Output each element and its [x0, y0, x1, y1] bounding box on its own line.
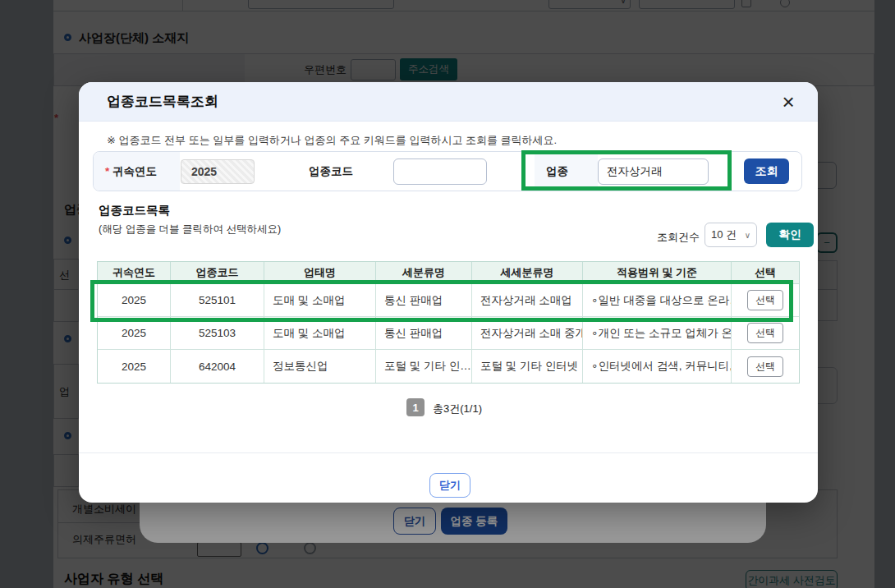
cell-category: 도매 및 소매업	[264, 284, 376, 317]
cell-select: 선택	[732, 284, 799, 317]
cell-year: 2025	[98, 284, 171, 317]
cell-detail: 전자상거래 소매 중개…	[472, 317, 583, 350]
cell-year: 2025	[98, 350, 171, 383]
cell-year: 2025	[98, 317, 171, 350]
confirm-button[interactable]: 확인	[766, 223, 814, 247]
cell-subclass: 통신 판매업	[376, 284, 472, 317]
cell-subclass: 통신 판매업	[376, 317, 472, 350]
close-icon[interactable]: ×	[775, 89, 801, 115]
select-row-button[interactable]: 선택	[747, 356, 783, 377]
industry-code-lookup-modal: 업종코드목록조회 × ※ 업종코드 전부 또는 일부를 입력하거나 업종의 주요…	[79, 82, 818, 503]
industry-code-table: 귀속연도 업종코드 업태명 세분류명 세세분류명 적용범위 및 기준 선택 20…	[97, 261, 800, 384]
year-label-cell: * 귀속연도	[94, 152, 180, 191]
result-count-select[interactable]: 10 건 ∨	[705, 223, 757, 247]
industry-code-input[interactable]	[393, 158, 487, 185]
cell-code: 642004	[171, 350, 264, 383]
chevron-down-icon: ∨	[745, 231, 750, 240]
search-condition-box: * 귀속연도 업종코드 업종 조회	[93, 151, 802, 191]
total-count-text: 총3건(1/1)	[433, 402, 482, 416]
cell-subclass: 포털 및 기타 인…	[376, 350, 472, 383]
cell-category: 정보통신업	[264, 350, 376, 383]
cell-category: 도매 및 소매업	[264, 317, 376, 350]
pagination-page-1[interactable]: 1	[406, 398, 425, 416]
cell-code: 525103	[171, 317, 264, 350]
modal-title: 업종코드목록조회	[107, 82, 218, 122]
footer-divider	[79, 452, 818, 453]
cell-code: 525101	[171, 284, 264, 317]
year-label: 귀속연도	[112, 165, 157, 177]
modal-header: 업종코드목록조회 ×	[79, 82, 818, 122]
column-header-category: 업태명	[264, 262, 376, 284]
required-mark: *	[105, 165, 109, 177]
cell-select: 선택	[732, 350, 799, 383]
cell-detail: 전자상거래 소매업	[472, 284, 583, 317]
result-count-label: 조회건수	[657, 230, 700, 245]
cell-scope: ∘개인 또는 소규모 업체가 온…	[583, 317, 732, 350]
code-label: 업종코드	[309, 152, 391, 191]
column-header-scope: 적용범위 및 기준	[583, 262, 732, 284]
industry-keyword-input[interactable]	[598, 158, 709, 185]
column-header-subclass: 세분류명	[376, 262, 472, 284]
column-header-year: 귀속연도	[98, 262, 171, 284]
cell-scope: ∘일반 대중을 대상으로 온라…	[583, 284, 732, 317]
modal-close-button[interactable]: 닫기	[429, 473, 470, 498]
instruction-text: ※ 업종코드 전부 또는 일부를 입력하거나 업종의 주요 키워드를 입력하시고…	[107, 133, 557, 148]
cell-detail: 포털 및 기타 인터넷 …	[472, 350, 583, 383]
year-input[interactable]	[181, 159, 255, 184]
select-row-button[interactable]: 선택	[747, 323, 783, 343]
cell-scope: ∘인터넷에서 검색, 커뮤니티, …	[583, 350, 732, 383]
result-count-value: 10 건	[711, 227, 737, 242]
column-header-detail: 세세분류명	[472, 262, 583, 284]
select-row-button[interactable]: 선택	[747, 290, 783, 310]
search-button[interactable]: 조회	[744, 158, 789, 184]
industry-label: 업종	[535, 152, 598, 191]
cell-select: 선택	[732, 317, 799, 350]
column-header-code: 업종코드	[171, 262, 264, 284]
column-header-select: 선택	[732, 262, 799, 284]
list-heading: 업종코드목록	[99, 203, 170, 218]
list-subheading: (해당 업종을 더블 클릭하여 선택하세요)	[99, 223, 281, 237]
